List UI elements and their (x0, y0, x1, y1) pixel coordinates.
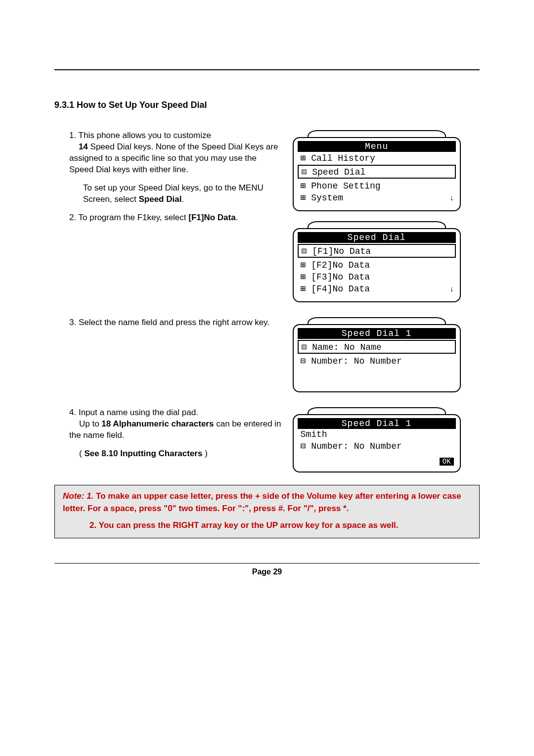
step4-see: ( See 8.10 Inputting Characters ) (69, 448, 283, 460)
lcd3-line0: ⊡ Name: No Name (298, 340, 456, 354)
note-prefix: Note: 1. (63, 491, 93, 501)
lcd-speed-dial-1-name: Speed Dial 1 ⊡ Name: No Name ⊟ Number: N… (293, 317, 461, 392)
lcd-speed-dial-1-input: Speed Dial 1 Smith ⊟ Number: No Number O… (293, 407, 461, 472)
down-arrow-icon: ↓ (450, 284, 454, 293)
lcd1-line0: ⊞ Call History (298, 152, 456, 164)
note-body-1: To make an upper case letter, press the … (63, 491, 461, 513)
lcd3-line1: ⊟ Number: No Number (298, 355, 456, 367)
step4-p1: 4. Input a name using the dial pad. Up t… (69, 407, 283, 441)
step1-p2: To set up your Speed Dial keys, go to th… (69, 183, 283, 205)
step2-num: 2. (69, 213, 76, 222)
lcd2-line2: ⊞ [F3]No Data (298, 271, 456, 283)
lcd2-line3: ⊞ [F4]No Data (298, 283, 456, 294)
lcd3-title: Speed Dial 1 (298, 328, 456, 339)
lcd4-line1: ⊟ Number: No Number (298, 440, 456, 452)
lcd-menu: Menu ⊞ Call History ⊡ Speed Dial ⊞ Phone… (293, 130, 461, 211)
page-footer: Page 29 (54, 563, 480, 576)
lcd2-line1: ⊞ [F2]No Data (298, 259, 456, 271)
lcd2-title: Speed Dial (298, 232, 456, 243)
lcd4-line0: Smith (298, 429, 456, 440)
down-arrow-icon: ↓ (450, 193, 454, 202)
step1-num: 1. (69, 131, 76, 140)
top-rule (54, 69, 480, 70)
lcd-speed-dial: Speed Dial ⊡ [F1]No Data ⊞ [F2]No Data ⊞… (293, 221, 461, 302)
step3: 3. Select the name field and press the r… (69, 317, 283, 329)
note-body-2: 2. You can press the RIGHT array key or … (63, 520, 471, 532)
ok-badge: OK (440, 458, 454, 466)
step3-num: 3. (69, 318, 76, 327)
step1-p1: 1. This phone allows you to customize 14… (69, 130, 283, 176)
lcd1-line2: ⊞ Phone Setting (298, 180, 456, 191)
lcd2-line0: ⊡ [F1]No Data (298, 244, 456, 258)
section-heading: 9.3.1 How to Set Up Your Speed Dial (54, 100, 480, 110)
lcd4-title: Speed Dial 1 (298, 418, 456, 429)
lcd1-line1: ⊡ Speed Dial (298, 165, 456, 179)
note-box: Note: 1. To make an upper case letter, p… (54, 485, 480, 538)
step2: 2. To program the F1key, select [F1]No D… (69, 212, 283, 224)
lcd1-line3: ⊞ System (298, 191, 456, 203)
page-number: Page 29 (252, 567, 282, 576)
lcd1-title: Menu (298, 141, 456, 152)
